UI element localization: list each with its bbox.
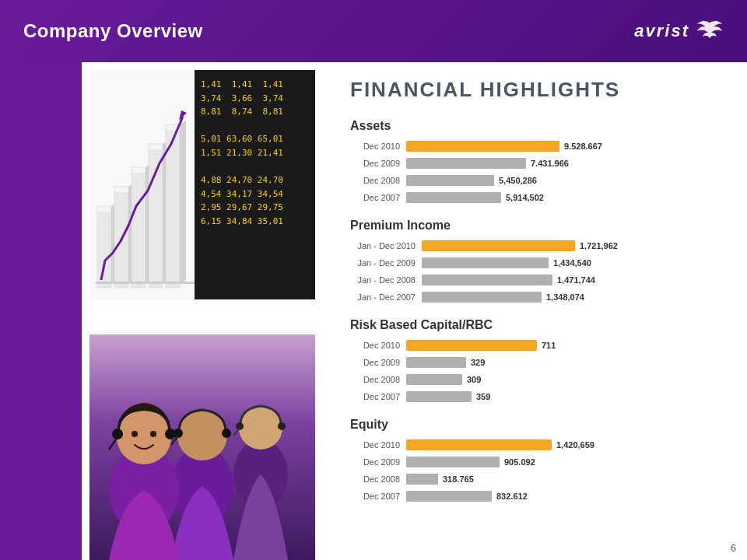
bar-value: 1,471,744 <box>557 275 595 285</box>
bar-fill <box>406 457 500 467</box>
bar-label: Dec 2010 <box>350 142 406 151</box>
bar-row: Dec 20085,450,286 <box>350 173 716 187</box>
ticker-line <box>201 119 309 133</box>
bar-fill <box>406 141 559 152</box>
ticker-line: 8,81 8,74 8,81 <box>201 105 309 119</box>
svg-rect-10 <box>149 144 163 150</box>
svg-rect-12 <box>166 128 180 288</box>
bar-row: Dec 2010711 <box>350 338 716 352</box>
svg-rect-1 <box>97 206 111 212</box>
bar-label: Dec 2007 <box>350 492 406 501</box>
bar-container: 1,348,074 <box>422 292 716 303</box>
bar-label: Dec 2009 <box>350 457 406 467</box>
bar-fill <box>406 439 552 450</box>
bar-container: 1,434,540 <box>422 257 716 268</box>
bar-label: Dec 2007 <box>350 193 406 202</box>
ticker-line: 4,88 24,70 24,70 <box>201 173 309 187</box>
bar-label: Jan - Dec 2008 <box>350 275 422 285</box>
bar-label: Dec 2007 <box>350 392 406 401</box>
bar-value: 309 <box>467 375 481 384</box>
bar-row: Dec 2008309 <box>350 373 716 387</box>
bar-row: Dec 2009329 <box>350 355 716 369</box>
bar-label: Dec 2008 <box>350 375 406 384</box>
bar-container: 5,450,286 <box>406 175 716 186</box>
bar-container: 905.092 <box>406 457 716 467</box>
bar-label: Jan - Dec 2010 <box>350 241 422 250</box>
bar-value: 711 <box>542 341 556 350</box>
svg-rect-0 <box>97 210 111 288</box>
bar-fill <box>422 257 549 268</box>
bar-row: Dec 20075,914,502 <box>350 191 716 205</box>
premium-income-title: Premium Income <box>350 219 716 233</box>
bar-label: Dec 2010 <box>350 341 406 350</box>
people-svg <box>89 334 315 560</box>
ticker-line: 6,15 34,84 35,01 <box>201 215 309 229</box>
bar-fill <box>406 357 466 368</box>
bar-row: Jan - Dec 20101,721,962 <box>350 239 716 253</box>
bar-value: 1,348,074 <box>546 292 584 302</box>
bar-value: 5,914,502 <box>506 193 544 202</box>
bar-fill <box>422 292 542 303</box>
bar-fill <box>422 275 552 285</box>
assets-title: Assets <box>350 119 716 133</box>
bar-row: Dec 2008318.765 <box>350 472 716 486</box>
svg-point-31 <box>150 431 156 437</box>
bar-fill <box>406 340 537 351</box>
svg-rect-15 <box>96 282 197 284</box>
ticker-line: 4,54 34,17 34,54 <box>201 187 309 201</box>
logo-text: avrist <box>634 21 689 41</box>
ticker-line: 3,74 3,66 3,74 <box>201 92 309 106</box>
ticker-line: 5,01 63,60 65,01 <box>201 132 309 146</box>
bar-value: 318.765 <box>443 474 474 484</box>
svg-point-26 <box>222 429 231 438</box>
bar-label: Dec 2008 <box>350 176 406 185</box>
svg-point-30 <box>132 431 138 437</box>
svg-rect-6 <box>132 171 146 288</box>
bar-row: Dec 20109.528.667 <box>350 139 716 153</box>
ticker-line: 1,51 21,30 21,41 <box>201 146 309 160</box>
bar-fill <box>406 474 438 485</box>
bar-fill <box>422 240 575 251</box>
bar-row: Jan - Dec 20091,434,540 <box>350 256 716 270</box>
bar-label: Jan - Dec 2009 <box>350 258 422 268</box>
bar-fill <box>406 175 494 186</box>
bar-value: 1,420,659 <box>556 440 594 450</box>
bar-row: Dec 2007832.612 <box>350 489 716 503</box>
bar-fill <box>406 391 472 402</box>
bar-value: 905.092 <box>504 457 535 467</box>
svg-point-21 <box>278 422 286 430</box>
left-images: 1,41 1,41 1,41 3,74 3,66 3,74 8,81 8,74 … <box>82 62 323 560</box>
rbc-title: Risk Based Capital/RBC <box>350 318 716 332</box>
ticker-line: 2,95 29,67 29,75 <box>201 201 309 215</box>
bar-row: Dec 2007359 <box>350 390 716 404</box>
svg-rect-4 <box>114 187 128 193</box>
bar-fill <box>406 491 492 502</box>
bar-fill <box>406 192 501 203</box>
bar-container: 832.612 <box>406 491 716 502</box>
bar-fill <box>406 158 526 169</box>
header: Company Overview avrist <box>0 0 747 62</box>
assets-section: Assets Dec 20109.528.667Dec 20097.431.96… <box>350 119 716 205</box>
equity-bars: Dec 20101,420,659Dec 2009905.092Dec 2008… <box>350 438 716 503</box>
bar-value: 1,434,540 <box>553 258 591 268</box>
rbc-section: Risk Based Capital/RBC Dec 2010711Dec 20… <box>350 318 716 404</box>
bar-value: 329 <box>471 358 485 367</box>
bar-row: Jan - Dec 20071,348,074 <box>350 290 716 304</box>
bar-label: Dec 2008 <box>350 474 406 484</box>
svg-point-33 <box>165 429 176 439</box>
equity-section: Equity Dec 20101,420,659Dec 2009905.092D… <box>350 418 716 503</box>
logo-area: avrist <box>634 17 724 45</box>
bar-value: 1,721,962 <box>580 241 618 250</box>
bar-container: 1,471,744 <box>422 275 716 285</box>
bar-value: 832.612 <box>496 492 528 501</box>
equity-title: Equity <box>350 418 716 432</box>
bar-container: 359 <box>406 391 716 402</box>
bar-row: Dec 20097.431.966 <box>350 156 716 170</box>
bar-chart-visual <box>89 70 206 299</box>
bar-label: Dec 2010 <box>350 440 406 450</box>
bar-label: Dec 2009 <box>350 159 406 168</box>
svg-rect-9 <box>149 148 163 288</box>
bar-label: Jan - Dec 2007 <box>350 292 422 302</box>
svg-marker-14 <box>180 121 186 284</box>
people-image <box>89 334 315 560</box>
